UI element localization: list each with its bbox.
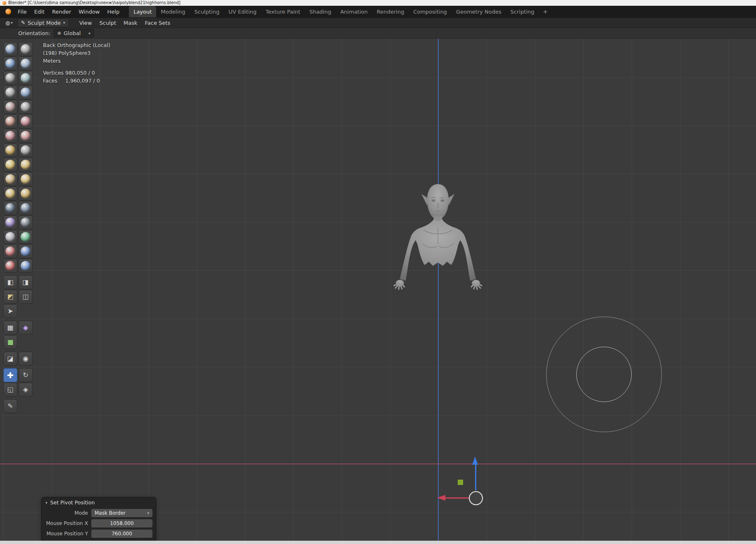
tool-multires-displacement-eraser[interactable] xyxy=(3,244,17,258)
tool-transform[interactable]: ◈ xyxy=(19,383,33,397)
operator-panel-header[interactable]: ▾ Set Pivot Position xyxy=(42,497,156,508)
tool-draw-sharp[interactable] xyxy=(19,42,33,56)
tool-box-mask[interactable]: ◧ xyxy=(3,275,17,289)
tool-flatten[interactable] xyxy=(3,114,17,128)
gizmo-y-handle[interactable] xyxy=(458,480,463,485)
workspace-tab-compositing[interactable]: Compositing xyxy=(409,6,452,17)
tool-simplify[interactable] xyxy=(19,215,33,229)
tool-line-project-icon: ➤ xyxy=(7,308,13,315)
mouse-x-label: Mouse Position X xyxy=(45,520,88,526)
workspace-tab-layout[interactable]: Layout xyxy=(129,6,156,17)
top-menu-bar: File Edit Render Window Help Layout Mode… xyxy=(0,6,756,17)
tool-smooth-icon xyxy=(21,102,31,112)
tool-elastic-deform[interactable] xyxy=(3,158,17,172)
menu-window[interactable]: Window xyxy=(75,6,103,17)
tool-move[interactable]: ✚ xyxy=(3,368,17,382)
gizmo-x-arrow-head[interactable] xyxy=(437,495,445,501)
tool-scrape[interactable] xyxy=(3,129,17,143)
tool-multires-displacement-eraser-icon xyxy=(5,246,15,256)
menu-edit[interactable]: Edit xyxy=(31,6,48,17)
operator-panel-body: Mode Mask Border ▾ Mouse Position X 1058… xyxy=(42,508,156,541)
tool-fill-icon xyxy=(21,116,31,126)
tool-clay-thumb[interactable] xyxy=(3,71,17,85)
mouse-y-field[interactable]: 760.000 xyxy=(91,530,152,538)
tool-annotate[interactable]: ✎ xyxy=(3,399,17,413)
tool-boundary[interactable] xyxy=(19,201,33,215)
tool-edit-face-set[interactable]: ◪ xyxy=(3,352,17,366)
tool-snake-hook[interactable] xyxy=(19,158,33,172)
menu-render[interactable]: Render xyxy=(48,6,75,17)
blender-menu-button[interactable] xyxy=(2,6,14,17)
workspace-tab-uv-editing[interactable]: UV Editing xyxy=(224,6,261,17)
tool-pinch[interactable] xyxy=(3,143,17,157)
tool-blob[interactable] xyxy=(19,85,33,99)
tool-snake-hook-icon xyxy=(21,160,31,170)
workspace-tab-shading[interactable]: Shading xyxy=(305,6,336,17)
workspace-tab-geometry-nodes[interactable]: Geometry Nodes xyxy=(452,6,506,17)
mode-field-select[interactable]: Mask Border ▾ xyxy=(91,509,152,517)
tool-clay[interactable] xyxy=(3,57,17,71)
blender-logo-icon xyxy=(5,9,11,14)
tool-pose[interactable] xyxy=(19,172,33,186)
orientation-select[interactable]: ⊕ Global ▾ xyxy=(54,29,94,38)
tool-draw[interactable] xyxy=(3,42,17,56)
chevron-down-icon: ▾ xyxy=(147,511,149,515)
tool-grab[interactable] xyxy=(19,143,33,157)
tool-scale[interactable]: ◱ xyxy=(3,383,17,397)
tool-mask-by-color[interactable]: ◉ xyxy=(19,352,33,366)
tool-inflate-icon xyxy=(5,88,15,97)
figure-right-ear xyxy=(448,194,454,206)
tool-multiplane-scrape[interactable] xyxy=(19,129,33,143)
workspace-tab-sculpting[interactable]: Sculpting xyxy=(190,6,224,17)
tool-mesh-filter[interactable]: ▦ xyxy=(3,321,17,335)
tool-smear[interactable] xyxy=(19,259,33,273)
tool-box-hide[interactable]: ◨ xyxy=(19,275,33,289)
gizmo-z-arrow-head[interactable] xyxy=(472,456,478,465)
tool-smooth[interactable] xyxy=(19,100,33,114)
tool-draw-face-sets[interactable] xyxy=(19,230,33,244)
tool-color-filter[interactable]: ■ xyxy=(3,335,17,349)
menu-help[interactable]: Help xyxy=(104,6,124,17)
tool-cloth-filter[interactable]: ◆ xyxy=(19,321,33,335)
menu-file[interactable]: File xyxy=(14,6,31,17)
tool-layer[interactable] xyxy=(19,71,33,85)
workspace-tab-scripting[interactable]: Scripting xyxy=(506,6,539,17)
tool-crease[interactable] xyxy=(3,100,17,114)
gizmo-z-arrow-shaft[interactable] xyxy=(475,465,476,490)
tool-rotate[interactable]: ↻ xyxy=(19,368,33,382)
tool-box-face-set[interactable]: ◩ xyxy=(3,290,17,304)
tool-nudge[interactable] xyxy=(3,187,17,201)
add-workspace-button[interactable]: + xyxy=(539,6,552,17)
workspace-tab-modeling[interactable]: Modeling xyxy=(156,6,190,17)
tool-rotate-brush[interactable] xyxy=(19,187,33,201)
tool-edit-face-set-icon: ◪ xyxy=(7,355,13,362)
gizmo-x-arrow-shaft[interactable] xyxy=(445,497,469,499)
gizmo-center-circle[interactable] xyxy=(469,491,483,505)
workspace-tab-texture-paint[interactable]: Texture Paint xyxy=(261,6,305,17)
mouse-x-field[interactable]: 1058.000 xyxy=(91,519,152,527)
menu-sculpt[interactable]: Sculpt xyxy=(95,19,120,27)
menu-view[interactable]: View xyxy=(76,19,96,27)
chevron-down-icon: ▾ xyxy=(63,21,65,25)
tool-thumb[interactable] xyxy=(3,172,17,186)
tool-box-trim-icon: ◫ xyxy=(22,293,29,300)
viewport-3d[interactable]: Back Orthographic (Local) (198) PolySphe… xyxy=(0,39,756,541)
tool-line-project[interactable]: ➤ xyxy=(3,304,17,318)
editor-type-button[interactable]: ◍ ▾ xyxy=(3,19,15,27)
workspace-tab-rendering[interactable]: Rendering xyxy=(372,6,409,17)
tool-paint[interactable] xyxy=(3,259,17,273)
menu-mask[interactable]: Mask xyxy=(120,19,141,27)
tool-fill[interactable] xyxy=(19,114,33,128)
tool-box-trim[interactable]: ◫ xyxy=(19,290,33,304)
tool-multires-displacement-smear[interactable] xyxy=(19,244,33,258)
tool-color-filter-icon: ■ xyxy=(7,339,13,345)
mode-select[interactable]: ✎ Sculpt Mode ▾ xyxy=(17,19,69,27)
menu-face-sets[interactable]: Face Sets xyxy=(141,19,174,27)
tool-inflate[interactable] xyxy=(3,85,17,99)
workspace-tab-animation[interactable]: Animation xyxy=(336,6,372,17)
tool-draw-icon xyxy=(5,44,15,54)
tool-clay-strips[interactable] xyxy=(19,57,33,71)
tool-mask[interactable] xyxy=(3,230,17,244)
tool-slide-relax[interactable] xyxy=(3,201,17,215)
tool-cloth[interactable] xyxy=(3,215,17,229)
